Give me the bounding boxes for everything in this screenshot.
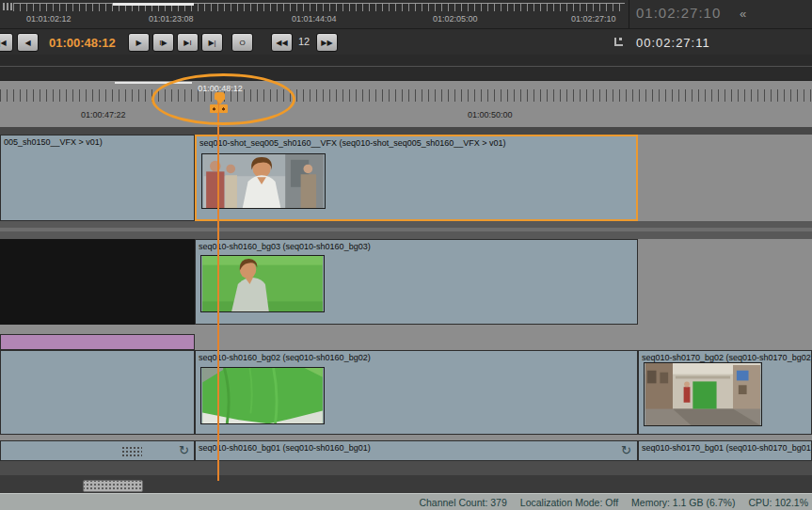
clip-sh0150-vfx[interactable]: 005_sh0150__VFX > v01): [0, 135, 195, 221]
trim-forward-button[interactable]: ▶▶: [316, 33, 338, 52]
overview-timecode: 01:01:44:04: [292, 14, 337, 24]
visible-range-indicator[interactable]: [113, 3, 194, 6]
status-bar: Channel Count: 379 Localization Mode: Of…: [0, 493, 812, 510]
clip-label: seq010-shot_seq005_sh0160__VFX (seq010-s…: [197, 136, 636, 150]
clip-sh0170-bg02[interactable]: seq010-sh0170_bg02 (seq010-sh0170_bg02): [638, 350, 812, 435]
ruler-timecode-left: 01:00:47:22: [81, 110, 126, 120]
overview-timecode: 01:01:23:08: [149, 14, 194, 24]
jump-to-start-button[interactable]: |◀: [0, 33, 13, 52]
empty-track-area: [0, 239, 195, 325]
overview-ruler-ticks[interactable]: [13, 3, 625, 11]
track-separator: [0, 127, 812, 135]
filler-clip-purple[interactable]: [0, 334, 195, 350]
clip-label: seq010-sh0170_bg01 (seq010-sh0170_bg01): [639, 441, 811, 454]
current-timecode-display[interactable]: 01:00:48:12: [49, 36, 116, 50]
clip-continuation[interactable]: ↻: [0, 440, 195, 461]
toolbar-spacer: [0, 55, 812, 80]
playhead-line[interactable]: [217, 92, 219, 481]
overview-timecode: 01:02:05:00: [433, 14, 478, 24]
video-track-v4: 005_sh0150__VFX > v01) seq010-shot_seq00…: [0, 135, 812, 221]
trim-frame-count: 12: [293, 36, 315, 47]
avid-timeline-window: 01:01:02:12 01:01:23:08 01:01:44:04 01:0…: [0, 0, 812, 510]
clip-label: seq010-sh0160_bg02 (seq010-sh0160_bg02): [196, 351, 637, 364]
clip-sh0170-bg01[interactable]: seq010-sh0170_bg01 (seq010-sh0170_bg01): [638, 440, 812, 461]
play-to-out-button[interactable]: ▶I: [177, 33, 199, 52]
motion-adapter-icon: ↻: [621, 444, 631, 456]
play-from-in-button[interactable]: I▶: [152, 33, 174, 52]
total-duration-display: 00:02:27:11: [636, 36, 710, 50]
trim-back-button[interactable]: ◀◀: [271, 33, 293, 52]
clip-sh0160-vfx-selected[interactable]: seq010-shot_seq005_sh0160__VFX (seq010-s…: [195, 135, 638, 221]
clip-thumbnail: [644, 362, 762, 426]
ruler-ticks: [0, 89, 812, 102]
ruler-timecode-right: 01:00:50:00: [468, 110, 513, 120]
clip-label: seq010-sh0160_bg01 (seq010-sh0160_bg01): [196, 441, 637, 454]
sequence-overview-bar: 01:01:02:12 01:01:23:08 01:01:44:04 01:0…: [0, 0, 812, 28]
status-cpu: CPU: 102.1%: [748, 497, 808, 508]
clip-continuation[interactable]: [0, 350, 195, 435]
timecode-ruler[interactable]: 01:00:48:12 01:00:47:22 01:00:50:00: [0, 80, 812, 127]
motion-adapter-icon: ↻: [179, 444, 189, 456]
panel-divider-line: [0, 66, 812, 67]
status-channel-count: Channel Count: 379: [419, 497, 506, 508]
play-button[interactable]: ▶: [128, 33, 150, 52]
horizontal-scrollbar-thumb[interactable]: [83, 480, 143, 492]
o-button[interactable]: O: [231, 33, 253, 52]
grip-dots-icon: [121, 446, 142, 457]
sequence-end-timecode: 01:02:27:10: [636, 5, 721, 21]
collapsed-track-band: [0, 221, 812, 239]
status-localization-mode: Localization Mode: Off: [520, 497, 618, 508]
clip-thumbnail: [201, 153, 326, 209]
collapse-chevron-icon[interactable]: «: [740, 7, 746, 21]
timeline-bottom-spacer: [0, 461, 812, 475]
collapsed-track-stripe: [0, 228, 812, 231]
overview-timecode: 01:01:02:12: [26, 14, 72, 24]
transport-bar: |◀ ◀ 01:00:48:12 ▶ I▶ ▶I ▶| O ◀◀ 12 ▶▶ 0…: [0, 28, 812, 55]
video-track-v3: seq010-sh0160_bg03 (seq010-sh0160_bg03): [0, 239, 812, 325]
clip-sh0160-bg03[interactable]: seq010-sh0160_bg03 (seq010-sh0160_bg03): [195, 239, 638, 325]
status-memory: Memory: 1.1 GB (6.7%): [631, 497, 735, 508]
go-to-end-button[interactable]: ▶|: [201, 33, 223, 52]
step-back-button[interactable]: ◀: [17, 33, 39, 52]
duration-icon: [614, 38, 623, 46]
overview-timecode: 01:02:27:10: [571, 14, 616, 24]
video-track-v1: ↻ seq010-sh0160_bg01 (seq010-sh0160_bg01…: [0, 440, 812, 461]
clip-sh0160-bg01[interactable]: seq010-sh0160_bg01 (seq010-sh0160_bg01) …: [195, 440, 638, 461]
filler-track: [0, 334, 812, 350]
video-track-v2: seq010-sh0160_bg02 (seq010-sh0160_bg02) …: [0, 350, 812, 435]
clip-sh0160-bg02[interactable]: seq010-sh0160_bg02 (seq010-sh0160_bg02): [195, 350, 638, 435]
clip-label: seq010-sh0160_bg03 (seq010-sh0160_bg03): [196, 240, 637, 253]
highlight-ellipse-annotation: [151, 73, 295, 125]
clip-label: 005_sh0150__VFX > v01): [1, 135, 194, 149]
ruler-scale-icon: [3, 3, 13, 10]
